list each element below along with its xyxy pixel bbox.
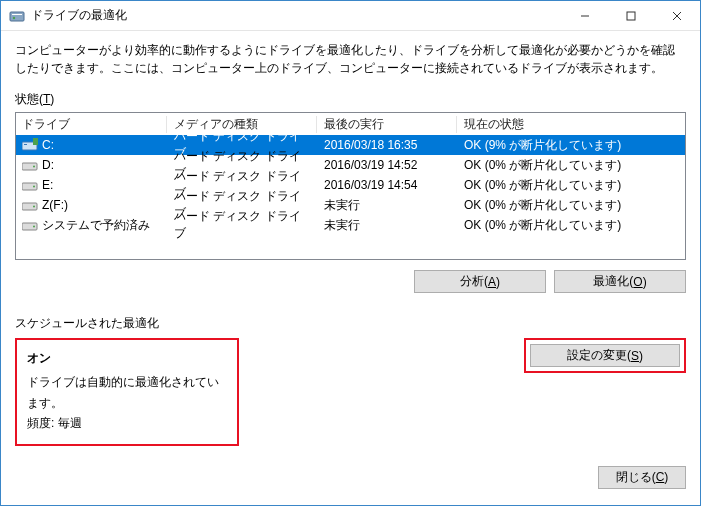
svg-rect-4: [627, 12, 635, 20]
current-state: OK (9% が断片化しています): [464, 137, 621, 154]
svg-rect-8: [24, 144, 27, 145]
table-row[interactable]: C: ハード ディスク ドライブ 2016/03/18 16:35 OK (9%…: [16, 135, 685, 155]
col-media[interactable]: メディアの種類: [168, 113, 318, 136]
change-settings-button[interactable]: 設定の変更(S): [530, 344, 680, 367]
drive-hdd-icon: [22, 178, 38, 192]
last-run: 未実行: [324, 217, 360, 234]
svg-point-17: [33, 226, 35, 228]
schedule-status-box: オン ドライブは自動的に最適化されています。 頻度: 毎週: [15, 338, 239, 446]
drive-main-icon: [22, 138, 38, 152]
last-run: 2016/03/18 16:35: [324, 138, 417, 152]
table-row[interactable]: システムで予約済み ハード ディスク ドライブ 未実行 OK (0% が断片化し…: [16, 215, 685, 235]
svg-point-11: [33, 166, 35, 168]
current-state: OK (0% が断片化しています): [464, 197, 621, 214]
svg-point-15: [33, 206, 35, 208]
maximize-button[interactable]: [608, 1, 654, 31]
close-window-button[interactable]: [654, 1, 700, 31]
drive-hdd-icon: [22, 198, 38, 212]
svg-point-2: [13, 16, 15, 18]
titlebar: ドライブの最適化: [1, 1, 700, 31]
drive-hdd-icon: [22, 218, 38, 232]
drive-name: システムで予約済み: [42, 217, 150, 234]
description-text: コンピューターがより効率的に動作するようにドライブを最適化したり、ドライブを分析…: [15, 41, 686, 77]
last-run: 2016/03/19 14:54: [324, 178, 417, 192]
current-state: OK (0% が断片化しています): [464, 177, 621, 194]
media-type: ハード ディスク ドライブ: [174, 208, 312, 242]
change-settings-highlight: 設定の変更(S): [524, 338, 686, 373]
app-icon: [9, 8, 25, 24]
scheduled-optimization-label: スケジュールされた最適化: [15, 315, 686, 332]
minimize-button[interactable]: [562, 1, 608, 31]
svg-rect-9: [33, 138, 38, 145]
schedule-desc: ドライブは自動的に最適化されています。: [27, 372, 227, 413]
current-state: OK (0% が断片化しています): [464, 217, 621, 234]
table-row[interactable]: E: ハード ディスク ドライブ 2016/03/19 14:54 OK (0%…: [16, 175, 685, 195]
list-header: ドライブ メディアの種類 最後の実行 現在の状態: [16, 113, 685, 135]
status-section-label: 状態(T): [15, 91, 686, 108]
schedule-on: オン: [27, 348, 227, 368]
svg-point-13: [33, 186, 35, 188]
col-last[interactable]: 最後の実行: [318, 113, 458, 136]
window-title: ドライブの最適化: [31, 7, 562, 24]
last-run: 未実行: [324, 197, 360, 214]
table-row[interactable]: D: ハード ディスク ドライブ 2016/03/19 14:52 OK (0%…: [16, 155, 685, 175]
last-run: 2016/03/19 14:52: [324, 158, 417, 172]
drive-name: Z(F:): [42, 198, 68, 212]
col-state[interactable]: 現在の状態: [458, 113, 685, 136]
drive-hdd-icon: [22, 158, 38, 172]
drive-name: E:: [42, 178, 53, 192]
analyze-button[interactable]: 分析(A): [414, 270, 546, 293]
drive-name: D:: [42, 158, 54, 172]
optimize-button[interactable]: 最適化(O): [554, 270, 686, 293]
svg-rect-0: [10, 12, 24, 21]
drive-name: C:: [42, 138, 54, 152]
schedule-freq: 頻度: 毎週: [27, 413, 227, 433]
drive-list[interactable]: ドライブ メディアの種類 最後の実行 現在の状態 C: ハード ディスク ドライ…: [15, 112, 686, 260]
current-state: OK (0% が断片化しています): [464, 157, 621, 174]
col-drive[interactable]: ドライブ: [16, 113, 168, 136]
close-button[interactable]: 閉じる(C): [598, 466, 686, 489]
table-row[interactable]: Z(F:) ハード ディスク ドライブ 未実行 OK (0% が断片化しています…: [16, 195, 685, 215]
svg-rect-1: [12, 14, 22, 15]
